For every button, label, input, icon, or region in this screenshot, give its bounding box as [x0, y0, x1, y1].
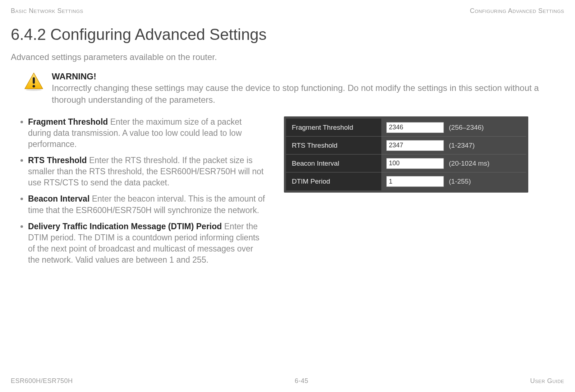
page-title: 6.4.2 Configuring Advanced Settings — [11, 26, 564, 43]
settings-range: (1-2347) — [449, 142, 475, 149]
settings-label: RTS Threshold — [286, 137, 381, 154]
settings-value-wrap: (20-1024 ms) — [381, 155, 526, 172]
beacon-interval-input[interactable] — [386, 158, 444, 169]
settings-range: (1-255) — [449, 177, 471, 185]
svg-rect-1 — [33, 77, 35, 84]
rts-threshold-input[interactable] — [386, 140, 444, 151]
warning-text: WARNING! Incorrectly changing these sett… — [52, 71, 564, 106]
footer-right: User Guide — [530, 377, 564, 385]
dtim-period-input[interactable] — [386, 176, 444, 187]
page-footer: ESR600H/ESR750H 6-45 User Guide — [11, 377, 564, 385]
list-item: Delivery Traffic Indication Message (DTI… — [28, 221, 266, 266]
list-item: Beacon Interval Enter the beacon interva… — [28, 193, 266, 216]
footer-left: ESR600H/ESR750H — [11, 377, 73, 385]
term: Delivery Traffic Indication Message (DTI… — [28, 222, 222, 231]
fragment-threshold-input[interactable] — [386, 122, 444, 133]
content-row: Fragment Threshold Enter the maximum siz… — [11, 116, 564, 271]
settings-label: Fragment Threshold — [286, 119, 381, 136]
warning-icon — [24, 72, 44, 92]
settings-label: DTIM Period — [286, 172, 381, 190]
term: Beacon Interval — [28, 194, 89, 203]
svg-point-2 — [33, 85, 35, 88]
settings-panel: Fragment Threshold (256–2346) RTS Thresh… — [284, 116, 528, 193]
warning-title: WARNING! — [52, 72, 96, 81]
svg-point-0 — [26, 89, 42, 91]
intro-text: Advanced settings parameters available o… — [11, 52, 564, 62]
settings-label: Beacon Interval — [286, 155, 381, 172]
settings-value-wrap: (256–2346) — [381, 119, 526, 136]
list-item: RTS Threshold Enter the RTS threshold. I… — [28, 155, 266, 188]
list-item: Fragment Threshold Enter the maximum siz… — [28, 116, 266, 150]
settings-row-dtim: DTIM Period (1-255) — [286, 172, 526, 190]
warning-box: WARNING! Incorrectly changing these sett… — [11, 71, 564, 106]
settings-value-wrap: (1-255) — [381, 172, 526, 190]
settings-range: (20-1024 ms) — [449, 160, 489, 167]
header-left: Basic Network Settings — [11, 7, 83, 15]
settings-row-rts: RTS Threshold (1-2347) — [286, 137, 526, 155]
term: Fragment Threshold — [28, 117, 108, 126]
settings-row-beacon: Beacon Interval (20-1024 ms) — [286, 155, 526, 172]
warning-body: Incorrectly changing these settings may … — [52, 83, 539, 104]
settings-row-fragment: Fragment Threshold (256–2346) — [286, 119, 526, 137]
footer-center: 6-45 — [295, 377, 308, 385]
settings-range: (256–2346) — [449, 124, 484, 132]
page-header: Basic Network Settings Configuring Advan… — [11, 7, 564, 15]
term: RTS Threshold — [28, 156, 87, 165]
header-right: Configuring Advanced Settings — [470, 7, 564, 15]
settings-value-wrap: (1-2347) — [381, 137, 526, 154]
bullet-list: Fragment Threshold Enter the maximum siz… — [11, 116, 266, 271]
